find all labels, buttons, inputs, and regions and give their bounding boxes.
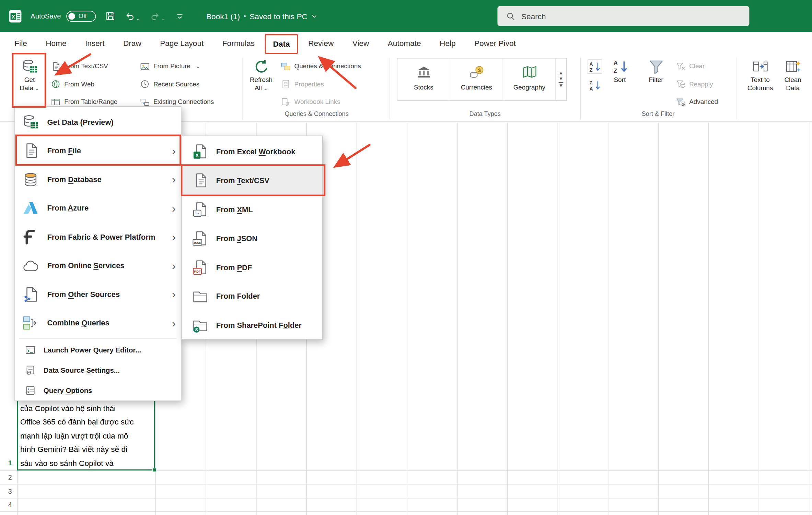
undo-button[interactable]: ⌄ xyxy=(125,11,140,21)
menu-item-from-other-sources[interactable]: From Other Sources› xyxy=(15,280,181,309)
search-box[interactable]: Search xyxy=(498,6,750,26)
data-type-stocks[interactable]: Stocks xyxy=(397,59,450,100)
tab-power-pivot[interactable]: Power Pivot xyxy=(466,32,524,55)
clean-data-button[interactable]: Clean Data xyxy=(778,56,808,108)
gallery-more-button[interactable]: ▲ ▼ ▼ xyxy=(556,58,567,101)
svg-text:PDF: PDF xyxy=(194,270,201,273)
svg-text:S: S xyxy=(195,327,198,332)
ribbon-reapply-button: Reapply xyxy=(675,76,721,92)
row-header-3[interactable]: 3 xyxy=(0,485,15,498)
button-label: From Web xyxy=(64,81,94,88)
text-csv-icon xyxy=(51,61,61,71)
sort-z-to-a-button[interactable]: ZA xyxy=(588,78,602,93)
cell-text-line: hình Gemini? Bài viết này sẽ đi xyxy=(20,443,153,456)
tab-help[interactable]: Help xyxy=(431,32,464,55)
data-type-currencies[interactable]: $Currencies xyxy=(450,59,503,100)
redo-icon xyxy=(150,11,160,21)
svg-text:X: X xyxy=(12,14,15,19)
menu-separator xyxy=(19,338,177,339)
ribbon-recent-sources-button[interactable]: Recent Sources xyxy=(139,76,217,92)
queries-connections-column: Queries & ConnectionsPropertiesWorkbook … xyxy=(280,59,364,110)
save-button[interactable] xyxy=(105,11,115,21)
tile-label: Geography xyxy=(513,84,545,91)
reapply-icon xyxy=(676,79,686,89)
gridline xyxy=(357,123,357,515)
gallery-down-icon: ▼ xyxy=(559,76,563,81)
excel-app-icon[interactable]: X xyxy=(8,9,22,23)
tab-data[interactable]: Data xyxy=(265,34,298,53)
ribbon-queries-connections-button[interactable]: Queries & Connections xyxy=(280,59,364,74)
chevron-down-icon xyxy=(311,13,318,20)
autosave-toggle[interactable]: Off xyxy=(66,11,96,22)
tab-automate[interactable]: Automate xyxy=(380,32,429,55)
menu-item-data-source-settings[interactable]: Data Source Settings... xyxy=(15,360,181,381)
tile-label: Stocks xyxy=(414,84,433,91)
menu-item-label: From Database xyxy=(47,175,168,183)
tab-review[interactable]: Review xyxy=(300,32,342,55)
menu-item-from-fabric-power-platform[interactable]: From Fabric & Power Platform› xyxy=(15,223,181,251)
from-file-submenu: XFrom Excel WorkbookFrom Text/CSV‹·›From… xyxy=(181,135,323,339)
tab-home[interactable]: Home xyxy=(37,32,75,55)
tab-view[interactable]: View xyxy=(344,32,378,55)
xml-icon: ‹·› xyxy=(192,202,208,218)
svg-text:A: A xyxy=(590,61,593,67)
gridline xyxy=(658,123,659,515)
submenu-item-from-text-csv[interactable]: From Text/CSV xyxy=(182,166,322,195)
button-label: Refresh xyxy=(250,76,272,84)
menu-item-from-online-services[interactable]: From Online Services› xyxy=(15,251,181,280)
svg-text:Z: Z xyxy=(590,80,593,85)
sort-a-to-z-button[interactable]: AZ xyxy=(588,60,602,74)
submenu-item-from-pdf[interactable]: PDFFrom PDF xyxy=(182,253,322,282)
gridline xyxy=(0,484,812,484)
quick-access-toolbar-button[interactable] xyxy=(175,11,185,21)
data-type-geography[interactable]: Geography xyxy=(503,59,555,100)
tab-file[interactable]: File xyxy=(6,32,35,55)
button-label: Data⌄ xyxy=(20,84,39,92)
document-title[interactable]: Book1 (1) • Saved to this PC xyxy=(206,0,318,32)
tab-page-layout[interactable]: Page Layout xyxy=(152,32,212,55)
ribbon-advanced-button[interactable]: Advanced xyxy=(675,94,721,110)
ribbon-from-picture-button[interactable]: From Picture⌄ xyxy=(139,59,217,74)
menu-item-from-azure[interactable]: From Azure› xyxy=(15,194,181,223)
menu-item-label: From File xyxy=(47,147,168,155)
gridline xyxy=(809,123,810,515)
redo-button[interactable]: ⌄ xyxy=(150,11,165,21)
submenu-item-from-excel-workbook[interactable]: XFrom Excel Workbook xyxy=(182,137,322,166)
menu-item-get-data-preview[interactable]: Get Data (Preview) xyxy=(15,108,181,136)
menu-item-label: Combine Queries xyxy=(47,319,168,327)
sort-button[interactable]: AZ Sort xyxy=(606,56,634,108)
row-header-2[interactable]: 2 xyxy=(0,471,15,484)
submenu-item-label: From SharePoint Folder xyxy=(216,321,316,329)
submenu-item-from-xml[interactable]: ‹·›From XML xyxy=(182,195,322,224)
menu-item-from-file[interactable]: From File› xyxy=(15,136,181,165)
refresh-all-button[interactable]: Refresh All⌄ xyxy=(247,56,276,108)
gallery-up-icon: ▲ xyxy=(559,71,563,76)
button-label: Recent Sources xyxy=(153,81,199,88)
row-header-1[interactable]: 1 xyxy=(0,457,15,469)
svg-text:Z: Z xyxy=(590,67,593,73)
svg-text:JSON: JSON xyxy=(194,241,201,244)
pdf-icon: PDF xyxy=(192,259,208,275)
button-label: Data xyxy=(786,84,800,92)
menu-item-combine-queries[interactable]: Combine Queries› xyxy=(15,309,181,337)
filter-button[interactable]: Filter xyxy=(642,56,670,108)
text-to-columns-button[interactable]: Text to Columns xyxy=(744,56,776,108)
menu-item-query-options[interactable]: Query Options xyxy=(15,380,181,400)
online-icon xyxy=(22,258,39,274)
submenu-item-from-folder[interactable]: From Folder xyxy=(182,282,322,311)
get-data-button[interactable]: Get Data⌄ xyxy=(14,56,45,108)
cell-a1[interactable]: của Copilot vào hệ sinh tháiOffice 365 c… xyxy=(20,402,153,470)
tab-formulas[interactable]: Formulas xyxy=(214,32,263,55)
tab-draw[interactable]: Draw xyxy=(115,32,150,55)
ribbon-from-web-button[interactable]: From Web xyxy=(50,76,120,92)
submenu-item-from-json[interactable]: JSONFrom JSON xyxy=(182,224,322,253)
file-icon xyxy=(22,142,39,159)
connections-icon xyxy=(140,97,150,107)
button-label: From Table/Range xyxy=(64,98,117,106)
menu-item-launch-power-query-editor[interactable]: Launch Power Query Editor... xyxy=(15,340,181,360)
menu-item-from-database[interactable]: From Database› xyxy=(15,165,181,194)
row-header-4[interactable]: 4 xyxy=(0,499,15,511)
ribbon-from-text-csv-button[interactable]: From Text/CSV xyxy=(50,59,120,74)
tab-insert[interactable]: Insert xyxy=(77,32,113,55)
submenu-item-from-sharepoint-folder[interactable]: SFrom SharePoint Folder xyxy=(182,311,322,339)
